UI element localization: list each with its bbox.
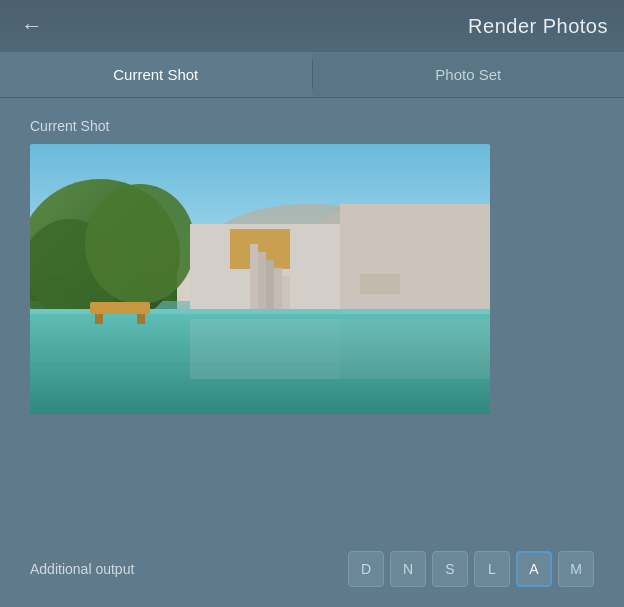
tab-photo-set[interactable]: Photo Set: [313, 52, 625, 97]
svg-point-5: [85, 184, 195, 304]
scene-svg: [30, 144, 490, 414]
svg-rect-25: [340, 319, 490, 379]
output-btn-n[interactable]: N: [390, 551, 426, 587]
output-btn-a[interactable]: A: [516, 551, 552, 587]
tab-current-shot-label: Current Shot: [113, 66, 198, 83]
render-image-container: [30, 144, 490, 414]
svg-rect-24: [190, 319, 340, 379]
output-btn-d[interactable]: D: [348, 551, 384, 587]
page-title: Render Photos: [468, 15, 608, 38]
tab-current-shot[interactable]: Current Shot: [0, 52, 312, 97]
header: ← Render Photos: [0, 0, 624, 52]
tabs-bar: Current Shot Photo Set: [0, 52, 624, 98]
output-btn-l[interactable]: L: [474, 551, 510, 587]
svg-rect-14: [360, 274, 400, 294]
main-content: Current Shot: [0, 98, 624, 607]
output-btn-s[interactable]: S: [432, 551, 468, 587]
output-buttons: D N S L A M: [348, 551, 594, 587]
back-icon: ←: [21, 13, 43, 39]
output-btn-m[interactable]: M: [558, 551, 594, 587]
render-image: [30, 144, 490, 414]
back-button[interactable]: ←: [16, 10, 48, 42]
svg-rect-21: [90, 302, 150, 314]
svg-rect-23: [137, 314, 145, 324]
svg-rect-22: [95, 314, 103, 324]
additional-output-label: Additional output: [30, 561, 134, 577]
app-container: ← Render Photos Current Shot Photo Set C…: [0, 0, 624, 607]
tab-photo-set-label: Photo Set: [435, 66, 501, 83]
additional-output-row: Additional output D N S L A M: [30, 533, 594, 587]
section-label: Current Shot: [30, 118, 594, 134]
svg-rect-13: [340, 204, 490, 324]
